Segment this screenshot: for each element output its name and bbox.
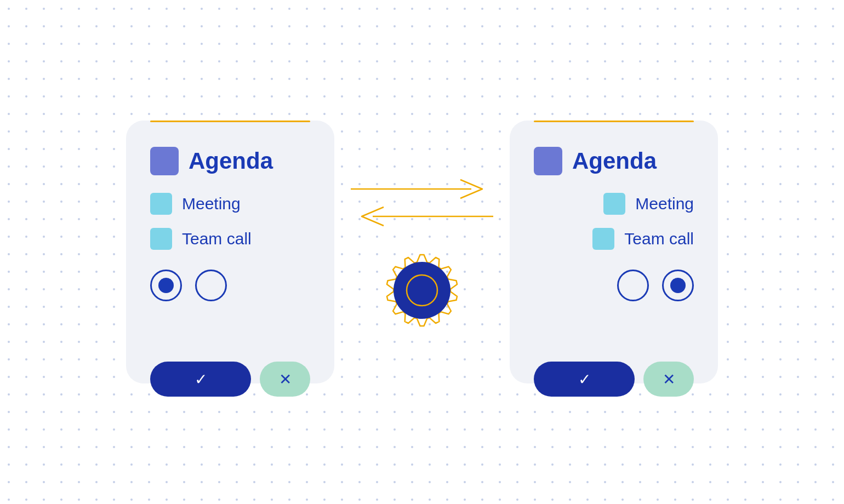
- right-card-top-line: [534, 121, 694, 122]
- left-buttons: ✓ ✕: [150, 362, 310, 397]
- middle-section: [334, 170, 510, 334]
- right-card: Agenda Meeting Team call ✕ ✓: [510, 121, 718, 383]
- right-item-meeting: Meeting: [534, 193, 694, 215]
- left-card: Agenda Meeting Team call ✓ ✕: [126, 121, 334, 383]
- right-cancel-icon: ✕: [663, 370, 675, 388]
- right-item-teamcall: Team call: [534, 228, 694, 250]
- right-radio-selected[interactable]: [662, 270, 694, 301]
- left-item-teamcall: Team call: [150, 228, 310, 250]
- right-teamcall-square: [592, 228, 614, 250]
- gear-container: [378, 247, 466, 334]
- left-arrow-icon: [351, 203, 493, 230]
- right-title-row: Agenda: [534, 147, 694, 175]
- left-radio-selected[interactable]: [150, 270, 182, 301]
- left-meeting-square: [150, 193, 172, 215]
- right-radio-unselected[interactable]: [617, 270, 649, 301]
- left-confirm-button[interactable]: ✓: [150, 362, 251, 397]
- right-radio-row: [534, 270, 694, 321]
- main-scene: Agenda Meeting Team call ✓ ✕: [93, 121, 751, 383]
- left-meeting-label: Meeting: [182, 194, 241, 213]
- left-radio-row: [150, 270, 310, 321]
- left-radio-unselected[interactable]: [195, 270, 227, 301]
- right-cancel-button[interactable]: ✕: [643, 362, 694, 397]
- right-title-square: [534, 147, 562, 175]
- right-meeting-square: [603, 193, 625, 215]
- left-card-title: Agenda: [189, 148, 273, 174]
- right-card-title: Agenda: [572, 148, 657, 174]
- left-title-square: [150, 147, 179, 175]
- right-confirm-button[interactable]: ✓: [534, 362, 635, 397]
- left-cancel-button[interactable]: ✕: [260, 362, 310, 397]
- left-teamcall-square: [150, 228, 172, 250]
- arrows-container: [334, 170, 510, 236]
- right-teamcall-label: Team call: [624, 230, 694, 248]
- gear-icon: [378, 247, 466, 334]
- svg-point-3: [394, 262, 450, 319]
- left-teamcall-label: Team call: [182, 230, 252, 248]
- left-title-row: Agenda: [150, 147, 310, 175]
- right-meeting-label: Meeting: [635, 194, 694, 213]
- right-buttons: ✕ ✓: [534, 362, 694, 397]
- left-confirm-icon: ✓: [195, 370, 207, 388]
- left-cancel-icon: ✕: [279, 370, 292, 388]
- right-confirm-icon: ✓: [578, 370, 591, 388]
- right-arrow-icon: [351, 175, 493, 203]
- left-card-top-line: [150, 121, 310, 122]
- left-item-meeting: Meeting: [150, 193, 310, 215]
